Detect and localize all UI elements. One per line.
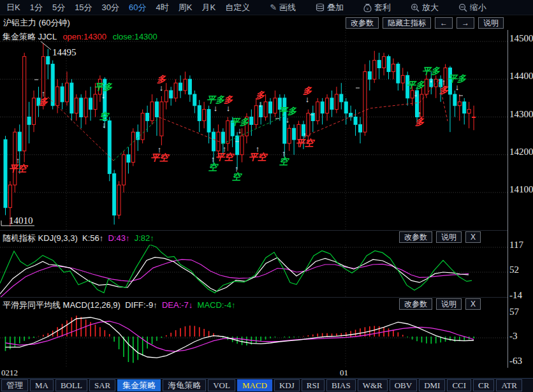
- tab-OBV[interactable]: OBV: [390, 379, 417, 391]
- kdj-button-X[interactable]: X: [465, 231, 481, 243]
- macd-axis--3: -3: [509, 331, 518, 342]
- candlestick-plot[interactable]: [0, 30, 507, 230]
- down-arrow-icon: ↓: [207, 104, 224, 112]
- signal-平空: ↑平空: [296, 131, 314, 147]
- symbol-period-label: 沪铝主力 (60分钟): [0, 17, 70, 29]
- signal-多: 多↓: [157, 75, 166, 92]
- tab-DMI[interactable]: DMI: [419, 379, 445, 391]
- tab-CR[interactable]: CR: [473, 379, 494, 391]
- kdj-button-说明[interactable]: 说明: [436, 231, 462, 243]
- titlebar-button-→[interactable]: →: [456, 17, 474, 29]
- toolbar-item-60分[interactable]: 60分: [129, 2, 146, 13]
- down-arrow-icon: ↓: [279, 115, 296, 124]
- main-axis-14400: 14400: [509, 71, 533, 82]
- main-axis-14100: 14100: [509, 184, 533, 195]
- titlebar-button-改参数[interactable]: 改参数: [346, 17, 379, 29]
- tab-SAR[interactable]: SAR: [89, 379, 115, 391]
- macd-title: 平滑异同平均线 MACD(12,26,9) DIFF:-9↑ DEA:-7↓ M…: [3, 300, 236, 311]
- tab-ATR[interactable]: ATR: [496, 379, 522, 391]
- tab-集金策略[interactable]: 集金策略: [117, 379, 161, 391]
- kdj-plot[interactable]: [0, 245, 507, 297]
- macd-buttons: 改参数说明X: [399, 298, 481, 310]
- toolbar-item-放大[interactable]: 放大: [411, 2, 439, 13]
- toolbar-item-套利[interactable]: ¥套利: [363, 2, 391, 13]
- chart-titlebar: 沪铝主力 (60分钟) 改参数隐藏主指标←→说明: [0, 16, 533, 31]
- time-axis: 021201: [0, 368, 533, 377]
- kdj-button-改参数[interactable]: 改参数: [399, 231, 432, 243]
- macd-macd-value: MACD:-4↑: [198, 300, 236, 310]
- titlebar-button-隐藏主指标[interactable]: 隐藏主指标: [383, 17, 431, 29]
- toolbar-item-1分[interactable]: 1分: [30, 2, 43, 13]
- strategy-name: 集金策略 JJCL: [3, 32, 57, 41]
- macd-button-X[interactable]: X: [465, 298, 481, 310]
- toolbar-item-缩小[interactable]: 缩小: [458, 2, 486, 13]
- kdj-panel-header: 随机指标 KDJ(9,3,3) K:56↑ D:43↑ J:82↑ 改参数说明X: [0, 231, 507, 245]
- tab-BIAS[interactable]: BIAS: [326, 379, 356, 391]
- titlebar-button-说明[interactable]: 说明: [478, 17, 504, 29]
- top-toolbar: 日K1分5分15分30分60分4时周K月K自定义✎画线叠加¥套利放大缩小: [0, 0, 533, 15]
- macd-diff-value: DIFF:-9↑: [125, 300, 157, 310]
- toolbar-item-画线[interactable]: ✎画线: [270, 2, 296, 13]
- signal-平空: ↑平空: [9, 156, 27, 173]
- macd-button-说明[interactable]: 说明: [436, 298, 462, 310]
- signal-多: ↑多: [439, 78, 448, 94]
- down-arrow-icon: ↓: [422, 75, 440, 83]
- signal-平多: 平多↓: [279, 107, 296, 124]
- macd-panel-header: 平滑异同平均线 MACD(12,26,9) DIFF:-9↑ DEA:-7↓ M…: [0, 298, 507, 312]
- toolbar-item-叠加[interactable]: 叠加: [316, 2, 344, 13]
- time-label-01: 01: [340, 368, 348, 378]
- down-arrow-icon: ↓: [99, 120, 108, 129]
- toolbar-item-日K[interactable]: 日K: [6, 2, 20, 13]
- down-arrow-icon: ↓: [303, 95, 312, 103]
- signal-平空: ↑平空: [215, 145, 233, 161]
- tab-W&R[interactable]: W&R: [358, 379, 388, 391]
- tab-BOLL[interactable]: BOLL: [55, 379, 87, 391]
- kdj-d-value: D:43↑: [108, 233, 129, 243]
- macd-axis--63: -63: [509, 356, 522, 367]
- zoom-in-icon: [411, 3, 420, 12]
- signal-平空: ↑平空: [249, 145, 266, 161]
- signal-平多: 平多↓: [422, 67, 440, 83]
- toolbar-item-15分[interactable]: 15分: [75, 2, 92, 13]
- main-axis-14500: 14500: [509, 33, 533, 44]
- tab-海龟策略[interactable]: 海龟策略: [163, 379, 206, 391]
- down-arrow-icon: ↓: [157, 83, 166, 92]
- signal-多: ↑多: [39, 89, 48, 106]
- signal-空: ↑空: [279, 149, 288, 166]
- tab-MA[interactable]: MA: [30, 379, 54, 391]
- signal-空: ↑空: [232, 164, 241, 181]
- tab-CCI[interactable]: CCI: [447, 379, 471, 391]
- pencil-icon: ✎: [270, 3, 277, 12]
- close-value: close:14300: [113, 32, 157, 41]
- signal-空: ↑空: [208, 155, 217, 171]
- toolbar-item-4时[interactable]: 4时: [156, 2, 169, 13]
- toolbar-item-周K[interactable]: 周K: [179, 2, 193, 13]
- toolbar-item-月K[interactable]: 月K: [201, 2, 215, 13]
- tab-KDJ[interactable]: KDJ: [274, 379, 300, 391]
- signal-空: 空↓: [99, 112, 108, 129]
- svg-text:¥: ¥: [367, 6, 369, 10]
- kdj-buttons: 改参数说明X: [399, 231, 481, 243]
- toolbar-item-30分[interactable]: 30分: [102, 2, 119, 13]
- tab-RSI[interactable]: RSI: [302, 379, 325, 391]
- kdj-axis--14: -14: [509, 290, 522, 301]
- tab-管理[interactable]: 管理: [1, 379, 28, 391]
- moneybag-icon: ¥: [363, 3, 372, 12]
- down-arrow-icon: ↓: [256, 99, 265, 108]
- main-axis-14300: 14300: [509, 109, 533, 120]
- macd-button-改参数[interactable]: 改参数: [399, 298, 432, 310]
- signal-平多: 平多↓: [207, 96, 224, 112]
- main-price-chart[interactable]: 集金策略 JJCL open:14300 close:14300 1449514…: [0, 30, 507, 230]
- kdj-k-value: K:56↑: [82, 233, 103, 243]
- toolbar-item-5分[interactable]: 5分: [52, 2, 65, 13]
- kdj-j-value: J:82↑: [135, 233, 154, 243]
- macd-plot[interactable]: [0, 312, 507, 368]
- macd-dea-value: DEA:-7↓: [162, 300, 193, 310]
- tab-MACD[interactable]: MACD: [237, 379, 272, 391]
- down-arrow-icon: ↓: [231, 126, 249, 134]
- signal-多: 多↓: [256, 91, 265, 108]
- toolbar-item-自定义[interactable]: 自定义: [225, 2, 250, 13]
- titlebar-button-←[interactable]: ←: [435, 17, 453, 29]
- down-arrow-icon: ↓: [448, 83, 466, 91]
- tab-VOL[interactable]: VOL: [208, 379, 235, 391]
